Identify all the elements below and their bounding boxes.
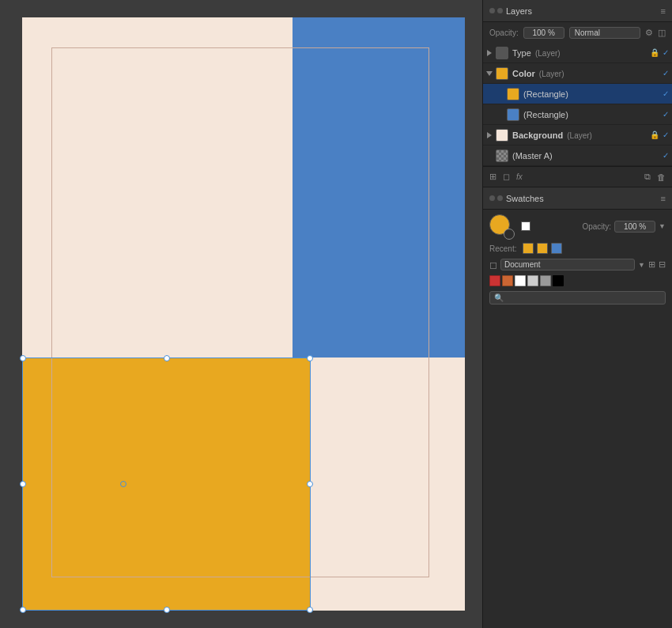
layer-thumb-type	[496, 47, 508, 59]
grid-small-icon[interactable]: ⊟	[659, 259, 666, 270]
opacity-swatch-row: Opacity: 100 % ▼	[582, 221, 666, 233]
color-cell-2[interactable]	[502, 275, 513, 286]
layer-name-color: Color (Layer)	[512, 69, 659, 78]
layer-item-rect2[interactable]: (Rectangle) ✓	[483, 104, 672, 125]
yellow-rectangle[interactable]	[22, 358, 311, 611]
panel-icons-row: ⚙ ◫	[645, 28, 666, 38]
expand-rect2	[497, 111, 505, 119]
expand-rect1	[497, 90, 505, 98]
layer-thumb-master	[496, 149, 508, 162]
visible-type[interactable]: ✓	[663, 48, 669, 57]
swatches-panel: Swatches ≡ Opacity: 100 % ▼ Recent:	[483, 187, 672, 628]
color-cell-5[interactable]	[540, 275, 551, 286]
layers-icon[interactable]: ⊞	[489, 172, 496, 182]
layer-item-rect1[interactable]: (Rectangle) ✓	[483, 84, 672, 104]
color-cell-1[interactable]	[489, 275, 500, 286]
swatches-down-arrow[interactable]: ▼	[638, 261, 645, 269]
layer-icons-type: 🔒 ✓	[650, 48, 669, 57]
expand-color[interactable]	[486, 70, 494, 78]
layer-thumb-rect1	[507, 88, 519, 100]
swatches-opacity-label: Opacity:	[582, 222, 611, 231]
layers-info-icon[interactable]: ◫	[658, 28, 666, 38]
opacity-label: Opacity:	[489, 28, 519, 37]
color-pair	[489, 214, 513, 238]
layer-thumb-color	[496, 67, 508, 80]
swatches-content: Opacity: 100 % ▼ Recent: ◻ Document ▼ ⊞ …	[483, 210, 672, 309]
swatches-panel-header: Swatches ≡	[483, 187, 672, 210]
layer-item-type[interactable]: Type (Layer) 🔒 ✓	[483, 43, 672, 63]
layer-name-master: (Master A)	[512, 151, 659, 161]
swatches-controls: ◻ Document ▼ ⊞ ⊟	[489, 259, 666, 270]
swap-swatch[interactable]	[521, 221, 530, 231]
recent-swatch-1[interactable]	[523, 243, 534, 254]
panel-grip	[489, 8, 503, 13]
swatches-opacity-value[interactable]: 100 %	[614, 221, 655, 233]
lock-icon-type: 🔒	[650, 48, 659, 57]
layers-settings-icon[interactable]: ⚙	[645, 28, 653, 38]
layers-panel-header: Layers ≡	[483, 0, 672, 22]
recent-row: Recent:	[489, 243, 666, 254]
grid-view-icon[interactable]: ⊞	[648, 259, 655, 270]
swatches-grip	[489, 195, 503, 201]
recent-label: Recent:	[489, 244, 516, 253]
doc-select[interactable]: Document	[500, 259, 635, 270]
color-grid	[489, 275, 666, 286]
lock-icon-background: 🔒	[650, 131, 659, 139]
recent-swatch-3[interactable]	[551, 243, 562, 254]
mask-icon[interactable]: ◻	[503, 172, 510, 182]
layers-menu-icon[interactable]: ≡	[661, 6, 666, 16]
expand-master	[486, 152, 494, 160]
visible-color[interactable]: ✓	[663, 69, 669, 78]
layer-name-rect2: (Rectangle)	[523, 110, 659, 119]
swatches-top: Opacity: 100 % ▼	[489, 214, 666, 238]
search-icon: 🔍	[494, 293, 504, 302]
delete-icon[interactable]: 🗑	[657, 172, 666, 182]
canvas-area[interactable]	[0, 0, 482, 628]
swatches-panel-header-icons: ≡	[661, 194, 666, 203]
visible-master[interactable]: ✓	[663, 151, 669, 160]
layer-icons-background: 🔒 ✓	[650, 131, 669, 139]
opacity-row: Opacity: 100 % Normal ⚙ ◫	[483, 22, 672, 43]
visible-rect1[interactable]: ✓	[663, 89, 669, 98]
swatches-panel-title: Swatches	[506, 194, 661, 203]
layer-icons-rect2: ✓	[663, 110, 669, 119]
right-panel: Layers ≡ Opacity: 100 % Normal ⚙ ◫ Type …	[482, 0, 672, 628]
color-cell-4[interactable]	[527, 275, 538, 286]
blend-mode-select[interactable]: Normal	[569, 27, 640, 39]
search-row[interactable]: 🔍	[489, 291, 666, 305]
opacity-value[interactable]: 100 %	[523, 27, 564, 39]
visible-rect2[interactable]: ✓	[663, 110, 669, 119]
layer-name-type: Type (Layer)	[512, 48, 647, 58]
layers-panel-footer: ⊞ ◻ fx ⧉ 🗑	[483, 166, 672, 187]
layer-item-color[interactable]: Color (Layer) ✓	[483, 63, 672, 84]
visible-background[interactable]: ✓	[663, 131, 669, 139]
layers-panel-header-icons: ≡	[661, 6, 666, 16]
doc-icon[interactable]: ◻	[489, 259, 497, 270]
expand-background[interactable]	[486, 131, 494, 139]
color-cell-3[interactable]	[515, 275, 526, 286]
recent-swatch-2[interactable]	[537, 243, 548, 254]
layer-item-master[interactable]: (Master A) ✓	[483, 146, 672, 166]
layers-panel: Layers ≡ Opacity: 100 % Normal ⚙ ◫ Type …	[483, 0, 672, 187]
copy-icon[interactable]: ⧉	[644, 172, 651, 182]
swatches-search-input[interactable]	[507, 293, 661, 302]
layer-icons-color: ✓	[663, 69, 669, 78]
layer-thumb-background	[496, 129, 508, 142]
layer-name-background: Background (Layer)	[512, 131, 647, 140]
blue-rectangle[interactable]	[293, 17, 465, 358]
layer-icons-rect1: ✓	[663, 89, 669, 98]
swatches-menu-icon[interactable]: ≡	[661, 194, 666, 203]
layer-icons-master: ✓	[663, 151, 669, 160]
background-swatch[interactable]	[504, 229, 515, 240]
color-cell-6[interactable]	[553, 275, 564, 286]
layer-name-rect1: (Rectangle)	[523, 89, 659, 99]
layer-item-background[interactable]: Background (Layer) 🔒 ✓	[483, 125, 672, 146]
layers-panel-title: Layers	[506, 6, 661, 16]
layers-list: Type (Layer) 🔒 ✓ Color (Layer) ✓	[483, 43, 672, 166]
fx-icon[interactable]: fx	[516, 172, 523, 181]
swatches-opacity-arrow[interactable]: ▼	[659, 222, 666, 230]
expand-type[interactable]	[486, 49, 494, 57]
layer-thumb-rect2	[507, 108, 519, 121]
